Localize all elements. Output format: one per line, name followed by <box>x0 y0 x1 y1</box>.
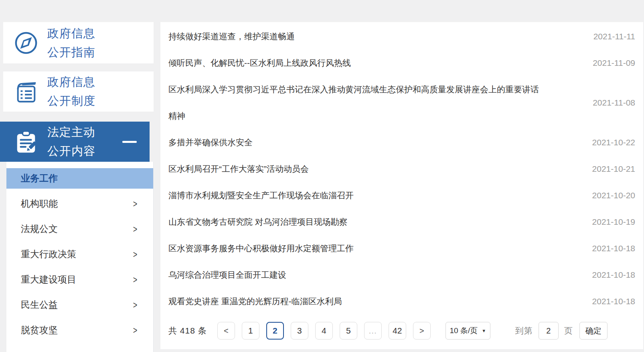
sub-item-label: 业务工作 <box>21 172 58 185</box>
book-icon <box>14 79 38 104</box>
chevron-right-icon: > <box>133 249 138 260</box>
sub-item-label: 脱贫攻坚 <box>21 324 58 336</box>
page-button-42[interactable]: 42 <box>389 322 406 340</box>
sidebar-item-regulations[interactable]: 法规公文 > <box>6 219 153 239</box>
news-date: 2021-10-21 <box>592 164 635 174</box>
chevron-right-icon: > <box>133 325 138 336</box>
news-title-link[interactable]: 观看党史讲座 重温党的光辉历程-临淄区水利局 <box>168 288 342 315</box>
news-row: 持续做好渠道巡查，维护渠道畅通 2021-11-11 <box>168 23 635 50</box>
page-button-4[interactable]: 4 <box>315 322 333 340</box>
news-title-link[interactable]: 区水利局深入学习贯彻习近平总书记在深入推动黄河流域生态保护和高质量发展讲座会上的… <box>168 76 545 129</box>
news-title-link[interactable]: 持续做好渠道巡查，维护渠道畅通 <box>168 23 295 50</box>
news-row: 观看党史讲座 重温党的光辉历程-临淄区水利局 2021-10-18 <box>168 288 635 315</box>
sidebar-legal-label-line2: 公开内容 <box>47 142 95 161</box>
news-date: 2021-10-19 <box>592 217 635 227</box>
news-title-link[interactable]: 多措并举确保供水安全 <box>168 129 253 156</box>
news-date: 2021-10-18 <box>592 297 635 306</box>
sidebar-legal-label-line1: 法定主动 <box>47 123 95 142</box>
goto-page-input[interactable] <box>539 322 559 340</box>
sidebar-guide-label-line2: 公开指南 <box>47 43 95 62</box>
news-row: 区水资源事务服务中心积极做好用水定额管理工作 2021-10-18 <box>168 235 635 262</box>
news-row: 区水利局深入学习贯彻习近平总书记在深入推动黄河流域生态保护和高质量发展讲座会上的… <box>168 76 635 129</box>
clipboard-pencil-icon <box>14 129 38 154</box>
sidebar-sub-menu: 业务工作 机构职能 > 法规公文 > 重大行政决策 > 重大建设项目 > 民生公… <box>6 162 154 352</box>
sub-item-label: 法规公文 <box>21 223 58 235</box>
sub-item-label: 民生公益 <box>21 299 58 311</box>
goto-page-prefix-label: 到第 <box>515 325 533 336</box>
chevron-right-icon: > <box>133 198 138 210</box>
page-ellipsis-button[interactable]: ... <box>364 322 382 340</box>
page-size-select[interactable]: 10 条/页 ▼ <box>446 322 490 340</box>
news-row: 倾听民声、化解民忧--区水利局上线政风行风热线 2021-11-09 <box>168 50 635 76</box>
news-list: 持续做好渠道巡查，维护渠道畅通 2021-11-11 倾听民声、化解民忧--区水… <box>160 22 643 315</box>
news-title-link[interactable]: 区水资源事务服务中心积极做好用水定额管理工作 <box>168 235 354 262</box>
sidebar-system-label-line2: 公开制度 <box>47 92 95 110</box>
chevron-right-icon: > <box>133 274 138 285</box>
confirm-button[interactable]: 确定 <box>579 322 608 340</box>
sidebar-item-business-work[interactable]: 业务工作 <box>6 168 153 189</box>
pagination-total-count: 共 418 条 <box>168 325 207 336</box>
sidebar-item-org-functions[interactable]: 机构职能 > <box>6 193 153 214</box>
news-title-link[interactable]: 倾听民声、化解民忧--区水利局上线政风行风热线 <box>168 50 351 76</box>
collapse-minus-icon[interactable] <box>122 141 137 143</box>
next-page-button[interactable]: > <box>413 322 431 340</box>
news-row: 山东省文物考古研究院 对乌河治理项目现场勘察 2021-10-19 <box>168 209 635 235</box>
page-button-3[interactable]: 3 <box>291 322 308 340</box>
sidebar-system-label-line1: 政府信息 <box>47 73 95 92</box>
news-title-link[interactable]: 乌河综合治理项目全面开工建设 <box>168 262 286 288</box>
chevron-right-icon: > <box>133 299 138 311</box>
news-date: 2021-10-18 <box>592 244 635 253</box>
page-button-1[interactable]: 1 <box>242 322 259 340</box>
sidebar-item-gov-info-guide[interactable]: 政府信息 公开指南 <box>3 22 154 63</box>
news-title-link[interactable]: 淄博市水利规划暨安全生产工作现场会在临淄召开 <box>168 182 354 209</box>
goto-page-suffix-label: 页 <box>564 325 573 336</box>
pagination-bar: 共 418 条 < 1 2 3 4 5 ... 42 > 10 条/页 ▼ 到第… <box>168 322 635 340</box>
news-title-link[interactable]: 区水利局召开“工作大落实”活动动员会 <box>168 156 309 182</box>
caret-down-icon: ▼ <box>482 328 486 333</box>
page-size-value: 10 条/页 <box>450 326 478 336</box>
news-date: 2021-11-11 <box>593 32 635 41</box>
sidebar-item-public-welfare[interactable]: 民生公益 > <box>6 295 153 315</box>
sub-item-label: 重大建设项目 <box>21 273 76 286</box>
sidebar-item-major-construction[interactable]: 重大建设项目 > <box>6 269 153 290</box>
news-row: 乌河综合治理项目全面开工建设 2021-10-18 <box>168 262 635 288</box>
sub-item-label: 重大行政决策 <box>21 248 76 260</box>
news-row: 多措并举确保供水安全 2021-10-22 <box>168 129 635 156</box>
chevron-right-icon: > <box>133 224 138 235</box>
news-row: 淄博市水利规划暨安全生产工作现场会在临淄召开 2021-10-20 <box>168 182 635 209</box>
sub-item-label: 机构职能 <box>21 197 58 210</box>
sidebar-item-poverty-alleviation[interactable]: 脱贫攻坚 > <box>6 320 153 340</box>
sidebar-item-legal-active-disclosure[interactable]: 法定主动 公开内容 <box>0 122 150 162</box>
news-date: 2021-10-18 <box>592 270 635 280</box>
sidebar-item-gov-info-system[interactable]: 政府信息 公开制度 <box>3 71 154 112</box>
news-date: 2021-11-09 <box>593 58 635 68</box>
prev-page-button[interactable]: < <box>217 322 235 340</box>
news-row: 区水利局召开“工作大落实”活动动员会 2021-10-21 <box>168 156 635 182</box>
news-date: 2021-10-22 <box>592 138 635 147</box>
page-button-5[interactable]: 5 <box>340 322 357 340</box>
news-date: 2021-11-08 <box>593 98 635 108</box>
sidebar-guide-label-line1: 政府信息 <box>47 24 95 43</box>
compass-icon <box>14 31 38 55</box>
news-title-link[interactable]: 山东省文物考古研究院 对乌河治理项目现场勘察 <box>168 209 348 235</box>
sidebar-item-major-admin-decisions[interactable]: 重大行政决策 > <box>6 244 153 265</box>
news-list-panel: 持续做好渠道巡查，维护渠道畅通 2021-11-11 倾听民声、化解民忧--区水… <box>160 22 643 349</box>
news-date: 2021-10-20 <box>592 191 635 200</box>
page-button-2-active[interactable]: 2 <box>266 322 284 340</box>
